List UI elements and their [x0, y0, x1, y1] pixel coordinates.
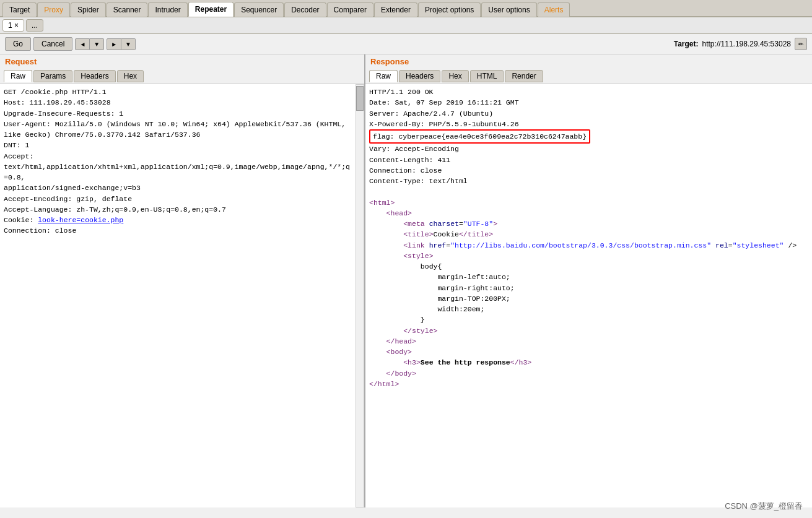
- tab-sequencer[interactable]: Sequencer: [234, 2, 284, 17]
- request-scrollbar[interactable]: [356, 84, 364, 507]
- edit-icon: ✏: [798, 41, 803, 48]
- response-panel: Response Raw Headers Hex HTML Render HTT…: [365, 54, 812, 507]
- request-panel: Request Raw Params Headers Hex GET /cook…: [0, 54, 365, 507]
- tab-spider[interactable]: Spider: [71, 2, 106, 17]
- request-tab-hex[interactable]: Hex: [117, 70, 144, 82]
- tab-proxy[interactable]: Proxy: [37, 2, 70, 17]
- main-tab-bar: Target Proxy Spider Scanner Intruder Rep…: [0, 0, 812, 17]
- request-tab-params[interactable]: Params: [33, 70, 72, 82]
- response-content[interactable]: HTTP/1.1 200 OK Date: Sat, 07 Sep 2019 1…: [365, 84, 812, 507]
- target-url: http://111.198.29.45:53028: [702, 40, 791, 48]
- toolbar: Go Cancel ◄ ▼ ► ▼ Target: http://111.198…: [0, 34, 812, 54]
- nav-back-dropdown[interactable]: ▼: [90, 38, 104, 50]
- tab-project-options[interactable]: Project options: [418, 2, 481, 17]
- flag-line: flag: cyberpeace{eae4e0ce3f609ea2c72b310…: [369, 129, 590, 144]
- tab-extender[interactable]: Extender: [374, 2, 417, 17]
- tab-target[interactable]: Target: [2, 2, 37, 17]
- request-content[interactable]: GET /cookie.php HTTP/1.1 Host: 111.198.2…: [0, 84, 356, 507]
- tab-alerts[interactable]: Alerts: [538, 2, 570, 17]
- sub-tab-dots[interactable]: ...: [26, 19, 43, 32]
- cancel-button[interactable]: Cancel: [33, 37, 72, 51]
- request-tab-bar: Raw Params Headers Hex: [0, 69, 364, 84]
- response-headers: HTTP/1.1 200 OK Date: Sat, 07 Sep 2019 1…: [369, 88, 519, 128]
- tab-user-options[interactable]: User options: [481, 2, 536, 17]
- request-tab-raw[interactable]: Raw: [4, 70, 32, 82]
- response-tab-headers[interactable]: Headers: [399, 70, 440, 82]
- tab-repeater[interactable]: Repeater: [188, 2, 234, 17]
- watermark: CSDN @菠萝_橙留香: [725, 501, 803, 507]
- nav-back: ◄ ▼: [75, 38, 104, 50]
- sub-tab-bar: 1 × ...: [0, 17, 812, 34]
- main-content: Request Raw Params Headers Hex GET /cook…: [0, 54, 812, 507]
- response-tab-raw[interactable]: Raw: [369, 70, 398, 82]
- request-scroll-thumb[interactable]: [356, 86, 364, 111]
- response-tab-render[interactable]: Render: [505, 70, 543, 82]
- response-tab-hex[interactable]: Hex: [442, 70, 468, 82]
- response-tab-html[interactable]: HTML: [470, 70, 504, 82]
- response-tab-bar: Raw Headers Hex HTML Render: [365, 69, 812, 84]
- edit-target-button[interactable]: ✏: [795, 38, 807, 50]
- tab-intruder[interactable]: Intruder: [148, 2, 187, 17]
- target-info: Target: http://111.198.29.45:53028 ✏: [674, 38, 807, 50]
- nav-forward-dropdown[interactable]: ▼: [121, 38, 136, 50]
- cookie-link[interactable]: look-here=cookie.php: [38, 216, 123, 224]
- tab-decoder[interactable]: Decoder: [284, 2, 326, 17]
- request-line-1: GET /cookie.php HTTP/1.1 Host: 111.198.2…: [4, 88, 350, 235]
- nav-forward-button[interactable]: ►: [107, 38, 121, 50]
- tab-comparer[interactable]: Comparer: [327, 2, 373, 17]
- response-title: Response: [365, 54, 812, 69]
- request-title: Request: [0, 54, 364, 69]
- target-label: Target:: [674, 40, 699, 48]
- request-scroll-wrapper: GET /cookie.php HTTP/1.1 Host: 111.198.2…: [0, 84, 364, 507]
- response-headers-2: Vary: Accept-Encoding Content-Length: 41…: [369, 145, 797, 388]
- nav-back-button[interactable]: ◄: [75, 38, 90, 50]
- go-button[interactable]: Go: [5, 37, 31, 51]
- request-tab-headers[interactable]: Headers: [74, 70, 115, 82]
- nav-forward: ► ▼: [107, 38, 136, 50]
- sub-tab-1[interactable]: 1 ×: [2, 19, 24, 32]
- tab-scanner[interactable]: Scanner: [107, 2, 148, 17]
